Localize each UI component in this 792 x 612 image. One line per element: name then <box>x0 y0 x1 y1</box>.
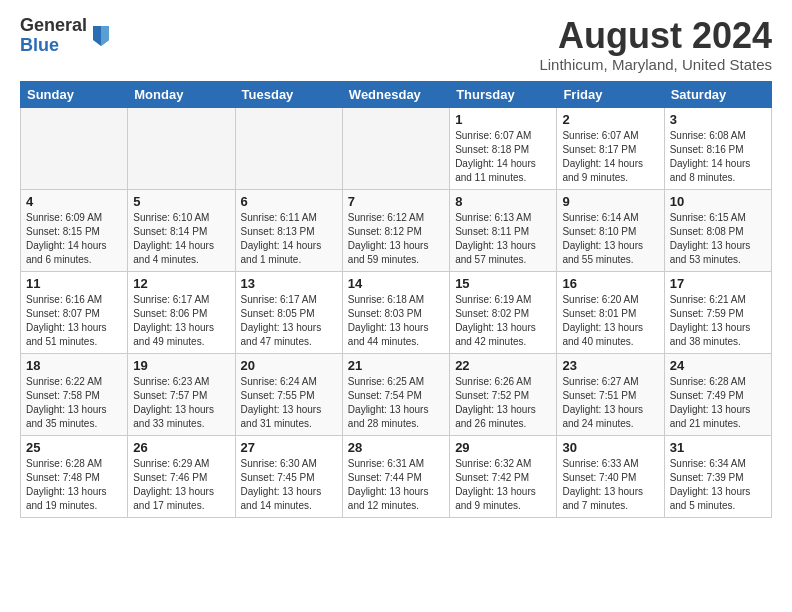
week-row-1: 1Sunrise: 6:07 AMSunset: 8:18 PMDaylight… <box>21 107 772 189</box>
day-number: 20 <box>241 358 337 373</box>
calendar-cell: 4Sunrise: 6:09 AMSunset: 8:15 PMDaylight… <box>21 189 128 271</box>
day-number: 5 <box>133 194 229 209</box>
day-number: 4 <box>26 194 122 209</box>
cell-content: Sunrise: 6:17 AMSunset: 8:06 PMDaylight:… <box>133 293 229 349</box>
cell-content: Sunrise: 6:12 AMSunset: 8:12 PMDaylight:… <box>348 211 444 267</box>
day-number: 24 <box>670 358 766 373</box>
cell-content: Sunrise: 6:33 AMSunset: 7:40 PMDaylight:… <box>562 457 658 513</box>
cell-content: Sunrise: 6:28 AMSunset: 7:48 PMDaylight:… <box>26 457 122 513</box>
month-title: August 2024 <box>539 16 772 56</box>
col-header-monday: Monday <box>128 81 235 107</box>
header: General Blue August 2024 Linthicum, Mary… <box>20 16 772 73</box>
week-row-3: 11Sunrise: 6:16 AMSunset: 8:07 PMDayligh… <box>21 271 772 353</box>
cell-content: Sunrise: 6:29 AMSunset: 7:46 PMDaylight:… <box>133 457 229 513</box>
week-row-4: 18Sunrise: 6:22 AMSunset: 7:58 PMDayligh… <box>21 353 772 435</box>
day-number: 6 <box>241 194 337 209</box>
calendar-cell: 19Sunrise: 6:23 AMSunset: 7:57 PMDayligh… <box>128 353 235 435</box>
cell-content: Sunrise: 6:17 AMSunset: 8:05 PMDaylight:… <box>241 293 337 349</box>
calendar-cell: 15Sunrise: 6:19 AMSunset: 8:02 PMDayligh… <box>450 271 557 353</box>
day-number: 30 <box>562 440 658 455</box>
calendar-cell: 8Sunrise: 6:13 AMSunset: 8:11 PMDaylight… <box>450 189 557 271</box>
logo-general: General <box>20 16 87 36</box>
calendar-cell: 29Sunrise: 6:32 AMSunset: 7:42 PMDayligh… <box>450 435 557 517</box>
cell-content: Sunrise: 6:25 AMSunset: 7:54 PMDaylight:… <box>348 375 444 431</box>
calendar-cell: 27Sunrise: 6:30 AMSunset: 7:45 PMDayligh… <box>235 435 342 517</box>
calendar-cell: 28Sunrise: 6:31 AMSunset: 7:44 PMDayligh… <box>342 435 449 517</box>
cell-content: Sunrise: 6:07 AMSunset: 8:17 PMDaylight:… <box>562 129 658 185</box>
day-number: 17 <box>670 276 766 291</box>
calendar-cell <box>342 107 449 189</box>
calendar-cell: 23Sunrise: 6:27 AMSunset: 7:51 PMDayligh… <box>557 353 664 435</box>
calendar-cell: 18Sunrise: 6:22 AMSunset: 7:58 PMDayligh… <box>21 353 128 435</box>
logo-blue: Blue <box>20 36 87 56</box>
calendar-cell: 6Sunrise: 6:11 AMSunset: 8:13 PMDaylight… <box>235 189 342 271</box>
cell-content: Sunrise: 6:14 AMSunset: 8:10 PMDaylight:… <box>562 211 658 267</box>
cell-content: Sunrise: 6:30 AMSunset: 7:45 PMDaylight:… <box>241 457 337 513</box>
day-number: 23 <box>562 358 658 373</box>
day-number: 19 <box>133 358 229 373</box>
day-number: 3 <box>670 112 766 127</box>
cell-content: Sunrise: 6:11 AMSunset: 8:13 PMDaylight:… <box>241 211 337 267</box>
calendar-cell <box>235 107 342 189</box>
cell-content: Sunrise: 6:08 AMSunset: 8:16 PMDaylight:… <box>670 129 766 185</box>
day-number: 12 <box>133 276 229 291</box>
calendar-cell: 12Sunrise: 6:17 AMSunset: 8:06 PMDayligh… <box>128 271 235 353</box>
day-number: 18 <box>26 358 122 373</box>
calendar-table: SundayMondayTuesdayWednesdayThursdayFrid… <box>20 81 772 518</box>
day-number: 22 <box>455 358 551 373</box>
svg-marker-1 <box>101 26 109 46</box>
cell-content: Sunrise: 6:32 AMSunset: 7:42 PMDaylight:… <box>455 457 551 513</box>
day-number: 26 <box>133 440 229 455</box>
calendar-cell: 31Sunrise: 6:34 AMSunset: 7:39 PMDayligh… <box>664 435 771 517</box>
day-number: 27 <box>241 440 337 455</box>
week-row-2: 4Sunrise: 6:09 AMSunset: 8:15 PMDaylight… <box>21 189 772 271</box>
cell-content: Sunrise: 6:31 AMSunset: 7:44 PMDaylight:… <box>348 457 444 513</box>
cell-content: Sunrise: 6:16 AMSunset: 8:07 PMDaylight:… <box>26 293 122 349</box>
day-number: 28 <box>348 440 444 455</box>
day-number: 25 <box>26 440 122 455</box>
location: Linthicum, Maryland, United States <box>539 56 772 73</box>
page: General Blue August 2024 Linthicum, Mary… <box>0 0 792 530</box>
title-area: August 2024 Linthicum, Maryland, United … <box>539 16 772 73</box>
week-row-5: 25Sunrise: 6:28 AMSunset: 7:48 PMDayligh… <box>21 435 772 517</box>
day-number: 11 <box>26 276 122 291</box>
day-number: 15 <box>455 276 551 291</box>
logo-icon <box>89 22 113 50</box>
col-header-thursday: Thursday <box>450 81 557 107</box>
calendar-cell: 9Sunrise: 6:14 AMSunset: 8:10 PMDaylight… <box>557 189 664 271</box>
calendar-cell: 14Sunrise: 6:18 AMSunset: 8:03 PMDayligh… <box>342 271 449 353</box>
cell-content: Sunrise: 6:21 AMSunset: 7:59 PMDaylight:… <box>670 293 766 349</box>
day-number: 16 <box>562 276 658 291</box>
col-header-friday: Friday <box>557 81 664 107</box>
cell-content: Sunrise: 6:24 AMSunset: 7:55 PMDaylight:… <box>241 375 337 431</box>
calendar-cell: 17Sunrise: 6:21 AMSunset: 7:59 PMDayligh… <box>664 271 771 353</box>
cell-content: Sunrise: 6:10 AMSunset: 8:14 PMDaylight:… <box>133 211 229 267</box>
calendar-cell: 13Sunrise: 6:17 AMSunset: 8:05 PMDayligh… <box>235 271 342 353</box>
cell-content: Sunrise: 6:13 AMSunset: 8:11 PMDaylight:… <box>455 211 551 267</box>
calendar-cell: 21Sunrise: 6:25 AMSunset: 7:54 PMDayligh… <box>342 353 449 435</box>
calendar-cell: 26Sunrise: 6:29 AMSunset: 7:46 PMDayligh… <box>128 435 235 517</box>
calendar-cell: 1Sunrise: 6:07 AMSunset: 8:18 PMDaylight… <box>450 107 557 189</box>
cell-content: Sunrise: 6:22 AMSunset: 7:58 PMDaylight:… <box>26 375 122 431</box>
col-header-wednesday: Wednesday <box>342 81 449 107</box>
cell-content: Sunrise: 6:18 AMSunset: 8:03 PMDaylight:… <box>348 293 444 349</box>
calendar-cell: 22Sunrise: 6:26 AMSunset: 7:52 PMDayligh… <box>450 353 557 435</box>
col-header-sunday: Sunday <box>21 81 128 107</box>
day-number: 1 <box>455 112 551 127</box>
calendar-cell <box>21 107 128 189</box>
col-header-tuesday: Tuesday <box>235 81 342 107</box>
calendar-cell: 25Sunrise: 6:28 AMSunset: 7:48 PMDayligh… <box>21 435 128 517</box>
calendar-cell: 16Sunrise: 6:20 AMSunset: 8:01 PMDayligh… <box>557 271 664 353</box>
day-number: 2 <box>562 112 658 127</box>
day-number: 9 <box>562 194 658 209</box>
col-header-saturday: Saturday <box>664 81 771 107</box>
calendar-cell: 10Sunrise: 6:15 AMSunset: 8:08 PMDayligh… <box>664 189 771 271</box>
cell-content: Sunrise: 6:19 AMSunset: 8:02 PMDaylight:… <box>455 293 551 349</box>
day-number: 8 <box>455 194 551 209</box>
cell-content: Sunrise: 6:07 AMSunset: 8:18 PMDaylight:… <box>455 129 551 185</box>
day-number: 14 <box>348 276 444 291</box>
day-number: 7 <box>348 194 444 209</box>
header-row: SundayMondayTuesdayWednesdayThursdayFrid… <box>21 81 772 107</box>
calendar-cell: 2Sunrise: 6:07 AMSunset: 8:17 PMDaylight… <box>557 107 664 189</box>
calendar-cell: 30Sunrise: 6:33 AMSunset: 7:40 PMDayligh… <box>557 435 664 517</box>
